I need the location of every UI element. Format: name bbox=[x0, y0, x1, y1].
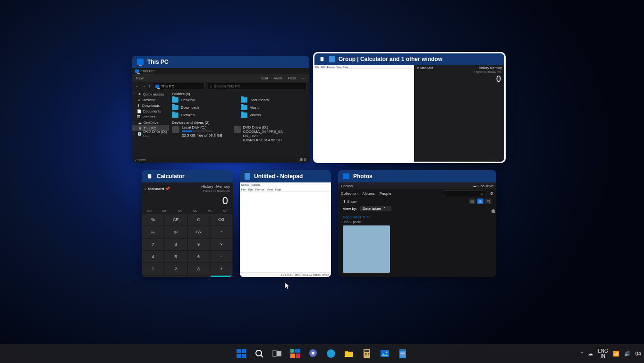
toolbar-new: New bbox=[136, 76, 144, 80]
svg-point-12 bbox=[312, 352, 314, 354]
file-explorer-icon[interactable] bbox=[343, 347, 355, 360]
status-text: 2 items bbox=[135, 158, 146, 162]
calculator-app-icon[interactable] bbox=[361, 347, 373, 360]
back-icon: ← bbox=[135, 84, 139, 88]
clock[interactable]: 04 bbox=[636, 351, 641, 356]
notepad-preview: FileEdit FormatView Help bbox=[314, 65, 414, 162]
folder-item: Pictures bbox=[172, 112, 238, 118]
group-preview: FileEdit FormatView Help ≡ StandardHisto… bbox=[314, 65, 505, 162]
svg-rect-1 bbox=[242, 349, 246, 353]
viewby-label: View by: bbox=[343, 207, 357, 211]
drive-sub: CCCOMA_X64FRE_EN-US_DV9 bbox=[243, 130, 291, 138]
onedrive-label: OneDrive bbox=[477, 184, 493, 188]
notepad-title: Untitled - Notepad bbox=[240, 182, 331, 187]
task-card-photos[interactable]: Photos Photos ☁ OneDrive Collection Albu… bbox=[338, 170, 496, 277]
svg-point-18 bbox=[368, 353, 369, 354]
svg-rect-15 bbox=[364, 350, 369, 352]
search-input: ⌕ bbox=[443, 190, 485, 196]
drive-name: DVD Drive (D:) bbox=[243, 125, 291, 130]
tab-albums: Albums bbox=[362, 191, 375, 196]
card-title: Photos bbox=[353, 173, 373, 180]
folder-icon bbox=[172, 97, 178, 103]
settings-icon: ⚙ bbox=[490, 191, 493, 196]
overflow-icon: ⋯ bbox=[302, 76, 305, 80]
forward-icon: → bbox=[142, 84, 145, 88]
task-card-notepad[interactable]: Untitled - Notepad Untitled - Notepad Fi… bbox=[240, 170, 331, 277]
volume-icon[interactable]: 🔊 bbox=[624, 351, 631, 357]
edge-icon[interactable] bbox=[325, 347, 337, 360]
address-bar: This PC bbox=[153, 83, 205, 89]
thispc-icon bbox=[137, 59, 144, 65]
show-label: ⬆ Show bbox=[343, 199, 356, 204]
search-icon: ⌕ bbox=[210, 84, 212, 88]
timeline-scrollbar bbox=[492, 211, 494, 258]
search-icon[interactable] bbox=[253, 347, 265, 360]
search-placeholder: Search This PC bbox=[214, 84, 240, 88]
calc-grid: %CEC⌫¹⁄ₓx²²√x÷789×456−123++/−0.= bbox=[142, 214, 233, 277]
sidebar: ˅★ Quick access 🖥 Desktop ⬇ Downloads 📄 … bbox=[132, 90, 169, 163]
onedrive-tray-icon[interactable]: ☁ bbox=[588, 351, 593, 357]
widgets-icon[interactable] bbox=[289, 347, 301, 360]
explorer-titlebar: This PC bbox=[132, 68, 309, 74]
drive-info: 32.5 GB free of 59.3 GB bbox=[182, 133, 222, 138]
chat-icon[interactable] bbox=[307, 347, 319, 360]
start-button[interactable] bbox=[235, 347, 247, 360]
date-header: September 2021 bbox=[338, 213, 496, 220]
folder-item: Desktop bbox=[172, 96, 238, 103]
wifi-icon[interactable]: 📶 bbox=[613, 351, 619, 357]
status-bar: 2 items ☰ ⊞ bbox=[132, 157, 309, 163]
task-card-group[interactable]: 🖩 Group | Calculator and 1 other window … bbox=[314, 53, 505, 162]
svg-rect-2 bbox=[237, 354, 241, 358]
drive-icon bbox=[234, 126, 241, 133]
search-box: ⌕ Search This PC bbox=[208, 83, 306, 89]
card-header: This PC bbox=[132, 56, 309, 68]
photos-title: Photos bbox=[341, 184, 353, 188]
thispc-icon bbox=[155, 85, 159, 88]
tray-overflow-icon[interactable]: ˄ bbox=[581, 351, 583, 356]
svg-point-17 bbox=[366, 353, 367, 354]
calculator-icon: 🖩 bbox=[319, 56, 325, 62]
taskbar[interactable]: ˄ ☁ ENGIN 📶 🔊 04 bbox=[0, 344, 644, 363]
card-header: 🖩 Group | Calculator and 1 other window bbox=[314, 53, 505, 65]
calculator-preview: ≡ StandardHistory Memory There's no hist… bbox=[414, 65, 505, 162]
date-sub: 9/29 1 photo bbox=[338, 220, 496, 224]
notepad-menu: FileEdit FormatView Help bbox=[314, 65, 414, 69]
sort-dropdown: Date taken ˅ bbox=[360, 206, 391, 211]
sidebar-dvd: ›💿 DVD Drive (D:) C... bbox=[132, 131, 169, 137]
explorer-address-row: ← → ↑ This PC ⌕ Search This PC bbox=[132, 82, 309, 90]
calc-top: ≡ Standard 📌 History Memory There's no h… bbox=[142, 182, 233, 195]
folder-icon bbox=[172, 105, 178, 110]
notepad-menubar: FileEdit FormatView Help bbox=[240, 187, 331, 192]
toolbar-view: View bbox=[274, 76, 282, 80]
calc-memory-row: MCMRM+M-MSM˅ bbox=[142, 209, 233, 214]
tab-collection: Collection bbox=[341, 191, 357, 196]
card-header: Photos bbox=[338, 170, 496, 182]
language-indicator[interactable]: ENGIN bbox=[598, 348, 608, 359]
notepad-icon bbox=[329, 56, 335, 62]
drive-item: Local Disk (C:) 32.5 GB free of 59.3 GB bbox=[172, 125, 229, 142]
notepad-app-icon[interactable] bbox=[397, 347, 409, 360]
photos-app-icon[interactable] bbox=[379, 347, 391, 360]
folder-icon bbox=[241, 105, 247, 110]
view-large: ◻ bbox=[485, 199, 491, 204]
task-card-calculator[interactable]: 🖩 Calculator ≡ Standard 📌 History Memory… bbox=[142, 170, 233, 277]
folder-item: Downloads bbox=[172, 104, 238, 111]
system-tray[interactable]: ˄ ☁ ENGIN 📶 🔊 04 bbox=[581, 344, 641, 363]
breadcrumb-text: This PC bbox=[161, 84, 174, 88]
svg-rect-0 bbox=[237, 349, 241, 353]
card-title: Untitled - Notepad bbox=[254, 173, 303, 180]
toolbar-filter: Filter bbox=[288, 76, 296, 80]
sidebar-item: 🖼 Pictures bbox=[132, 114, 169, 120]
svg-point-20 bbox=[366, 354, 367, 355]
toolbar-sort: Sort bbox=[261, 76, 268, 80]
drive-name: Local Disk (C:) bbox=[182, 125, 222, 130]
task-view-icon[interactable] bbox=[271, 347, 283, 360]
thispc-icon bbox=[135, 69, 139, 73]
sidebar-item: 🖥 Desktop bbox=[132, 97, 169, 103]
task-card-thispc[interactable]: This PC This PC New Sort View Filter ⋯ ←… bbox=[132, 56, 309, 163]
folder-icon bbox=[172, 112, 178, 118]
folder-item: Music bbox=[241, 104, 307, 111]
view-list: ▤ bbox=[469, 199, 475, 204]
card-title: Group | Calculator and 1 other window bbox=[339, 56, 442, 62]
drive-info: 0 bytes free of 4.52 GB bbox=[243, 138, 291, 142]
